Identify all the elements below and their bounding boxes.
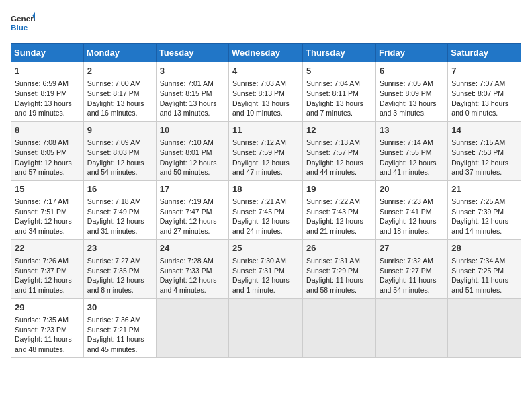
day-number: 26: [306, 242, 372, 255]
weekday-header-row: Sunday Monday Tuesday Wednesday Thursday…: [11, 44, 521, 62]
day-number: 14: [451, 124, 517, 136]
calendar-table: Sunday Monday Tuesday Wednesday Thursday…: [11, 43, 521, 358]
day-number: 21: [451, 183, 517, 195]
day-info: Sunrise: 7:10 AMSunset: 8:01 PMDaylight:…: [160, 138, 225, 177]
calendar-cell: 17Sunrise: 7:19 AMSunset: 7:47 PMDayligh…: [156, 180, 228, 239]
calendar-cell: 3Sunrise: 7:01 AMSunset: 8:15 PMDaylight…: [156, 62, 228, 122]
day-number: 23: [87, 242, 152, 255]
calendar-cell: 8Sunrise: 7:08 AMSunset: 8:05 PMDaylight…: [11, 121, 84, 180]
day-number: 1: [15, 65, 80, 77]
day-info: Sunrise: 7:03 AMSunset: 8:13 PMDaylight:…: [232, 79, 299, 118]
day-number: 19: [306, 183, 372, 195]
calendar-cell: 30Sunrise: 7:36 AMSunset: 7:21 PMDayligh…: [83, 298, 156, 357]
calendar-cell: 29Sunrise: 7:35 AMSunset: 7:23 PMDayligh…: [11, 298, 84, 357]
page-header: General Blue: [11, 11, 521, 35]
day-number: 3: [160, 65, 225, 77]
calendar-cell: 9Sunrise: 7:09 AMSunset: 8:03 PMDaylight…: [83, 121, 156, 180]
day-number: 15: [15, 183, 80, 195]
day-info: Sunrise: 7:07 AMSunset: 8:07 PMDaylight:…: [451, 79, 517, 118]
calendar-cell: 11Sunrise: 7:12 AMSunset: 7:59 PMDayligh…: [229, 121, 303, 180]
day-info: Sunrise: 7:23 AMSunset: 7:41 PMDaylight:…: [380, 197, 444, 236]
calendar-cell: 27Sunrise: 7:32 AMSunset: 7:27 PMDayligh…: [375, 239, 447, 298]
day-info: Sunrise: 7:19 AMSunset: 7:47 PMDaylight:…: [160, 197, 225, 236]
day-number: 12: [306, 124, 372, 136]
day-number: 13: [380, 124, 444, 136]
day-info: Sunrise: 7:21 AMSunset: 7:45 PMDaylight:…: [232, 197, 299, 236]
day-number: 16: [87, 183, 152, 195]
calendar-cell: 15Sunrise: 7:17 AMSunset: 7:51 PMDayligh…: [11, 180, 84, 239]
header-sunday: Sunday: [11, 44, 84, 62]
day-number: 7: [451, 65, 517, 77]
day-info: Sunrise: 7:30 AMSunset: 7:31 PMDaylight:…: [232, 256, 299, 295]
calendar-cell: 18Sunrise: 7:21 AMSunset: 7:45 PMDayligh…: [229, 180, 303, 239]
header-monday: Monday: [83, 44, 156, 62]
logo-icon: General Blue: [11, 11, 35, 35]
calendar-cell: 23Sunrise: 7:27 AMSunset: 7:35 PMDayligh…: [83, 239, 156, 298]
header-tuesday: Tuesday: [156, 44, 228, 62]
calendar-cell: 2Sunrise: 7:00 AMSunset: 8:17 PMDaylight…: [83, 62, 156, 122]
day-number: 22: [15, 242, 80, 255]
header-saturday: Saturday: [448, 44, 521, 62]
day-info: Sunrise: 7:05 AMSunset: 8:09 PMDaylight:…: [380, 79, 444, 118]
calendar-cell: 7Sunrise: 7:07 AMSunset: 8:07 PMDaylight…: [448, 62, 521, 122]
day-info: Sunrise: 7:08 AMSunset: 8:05 PMDaylight:…: [15, 138, 80, 177]
day-info: Sunrise: 7:12 AMSunset: 7:59 PMDaylight:…: [232, 138, 299, 177]
day-info: Sunrise: 7:25 AMSunset: 7:39 PMDaylight:…: [451, 197, 517, 236]
calendar-cell: 12Sunrise: 7:13 AMSunset: 7:57 PMDayligh…: [303, 121, 376, 180]
day-number: 8: [15, 124, 80, 136]
calendar-cell: 14Sunrise: 7:15 AMSunset: 7:53 PMDayligh…: [448, 121, 521, 180]
day-info: Sunrise: 7:36 AMSunset: 7:21 PMDaylight:…: [87, 315, 152, 355]
day-info: Sunrise: 7:35 AMSunset: 7:23 PMDaylight:…: [15, 315, 80, 355]
header-thursday: Thursday: [303, 44, 376, 62]
calendar-row-3: 22Sunrise: 7:26 AMSunset: 7:37 PMDayligh…: [11, 239, 521, 298]
calendar-cell: 28Sunrise: 7:34 AMSunset: 7:25 PMDayligh…: [448, 239, 521, 298]
calendar-cell: [156, 298, 228, 357]
day-info: Sunrise: 7:22 AMSunset: 7:43 PMDaylight:…: [306, 197, 372, 236]
day-info: Sunrise: 6:59 AMSunset: 8:19 PMDaylight:…: [15, 79, 80, 118]
calendar-cell: 25Sunrise: 7:30 AMSunset: 7:31 PMDayligh…: [229, 239, 303, 298]
day-info: Sunrise: 7:04 AMSunset: 8:11 PMDaylight:…: [306, 79, 372, 118]
day-number: 27: [380, 242, 444, 255]
day-number: 6: [380, 65, 444, 77]
day-number: 5: [306, 65, 372, 77]
day-number: 17: [160, 183, 225, 195]
day-number: 29: [15, 302, 80, 314]
calendar-cell: 22Sunrise: 7:26 AMSunset: 7:37 PMDayligh…: [11, 239, 84, 298]
calendar-cell: [303, 298, 376, 357]
day-number: 30: [87, 302, 152, 314]
day-info: Sunrise: 7:15 AMSunset: 7:53 PMDaylight:…: [451, 138, 517, 177]
calendar-row-1: 8Sunrise: 7:08 AMSunset: 8:05 PMDaylight…: [11, 121, 521, 180]
calendar-cell: 21Sunrise: 7:25 AMSunset: 7:39 PMDayligh…: [448, 180, 521, 239]
calendar-cell: 24Sunrise: 7:28 AMSunset: 7:33 PMDayligh…: [156, 239, 228, 298]
day-number: 11: [232, 124, 299, 136]
day-info: Sunrise: 7:13 AMSunset: 7:57 PMDaylight:…: [306, 138, 372, 177]
day-number: 20: [380, 183, 444, 195]
header-wednesday: Wednesday: [229, 44, 303, 62]
day-number: 4: [232, 65, 299, 77]
calendar-cell: 5Sunrise: 7:04 AMSunset: 8:11 PMDaylight…: [303, 62, 376, 122]
calendar-cell: 16Sunrise: 7:18 AMSunset: 7:49 PMDayligh…: [83, 180, 156, 239]
logo: General Blue: [11, 11, 32, 35]
day-info: Sunrise: 7:28 AMSunset: 7:33 PMDaylight:…: [160, 256, 225, 295]
calendar-cell: 20Sunrise: 7:23 AMSunset: 7:41 PMDayligh…: [375, 180, 447, 239]
day-info: Sunrise: 7:34 AMSunset: 7:25 PMDaylight:…: [451, 256, 517, 295]
day-info: Sunrise: 7:27 AMSunset: 7:35 PMDaylight:…: [87, 256, 152, 295]
day-number: 24: [160, 242, 225, 255]
calendar-cell: 19Sunrise: 7:22 AMSunset: 7:43 PMDayligh…: [303, 180, 376, 239]
day-number: 18: [232, 183, 299, 195]
day-number: 9: [87, 124, 152, 136]
day-info: Sunrise: 7:17 AMSunset: 7:51 PMDaylight:…: [15, 197, 80, 236]
svg-text:General: General: [11, 14, 35, 23]
svg-text:Blue: Blue: [11, 23, 28, 32]
day-info: Sunrise: 7:09 AMSunset: 8:03 PMDaylight:…: [87, 138, 152, 177]
day-info: Sunrise: 7:14 AMSunset: 7:55 PMDaylight:…: [380, 138, 444, 177]
calendar-cell: [375, 298, 447, 357]
day-info: Sunrise: 7:26 AMSunset: 7:37 PMDaylight:…: [15, 256, 80, 295]
header-friday: Friday: [375, 44, 447, 62]
day-info: Sunrise: 7:31 AMSunset: 7:29 PMDaylight:…: [306, 256, 372, 295]
day-number: 10: [160, 124, 225, 136]
day-number: 28: [451, 242, 517, 255]
day-info: Sunrise: 7:00 AMSunset: 8:17 PMDaylight:…: [87, 79, 152, 118]
calendar-row-2: 15Sunrise: 7:17 AMSunset: 7:51 PMDayligh…: [11, 180, 521, 239]
day-info: Sunrise: 7:18 AMSunset: 7:49 PMDaylight:…: [87, 197, 152, 236]
